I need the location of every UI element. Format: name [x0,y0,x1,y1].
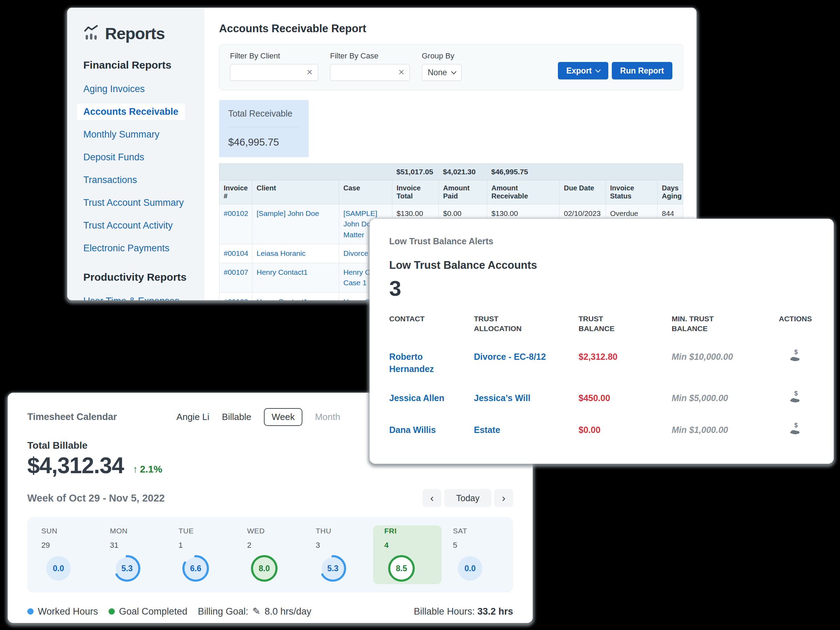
day-date: 4 [384,541,442,550]
billable-hours-summary: Billable Hours: 33.2 hrs [414,606,513,617]
contact-link[interactable]: Roberto Hernandez [389,351,449,375]
sidebar-item-transactions[interactable]: Transactions [77,172,144,188]
edit-billing-goal-icon[interactable]: ✎ [253,606,261,617]
billable-selector[interactable]: Billable [222,412,251,422]
trust-allocation-link[interactable]: Divorce - EC-8/12 [474,351,549,375]
group-by-label: Group By [422,51,462,60]
day-hours-circle[interactable]: 0.0 [456,555,484,582]
low-trust-balance-alerts-heading: Low Trust Balance Alerts [389,236,814,246]
request-funds-icon[interactable]: $ [789,390,802,407]
filter-by-client-input[interactable]: ✕ [230,64,318,81]
invoice-link[interactable]: #00109 [224,297,248,300]
sidebar-item-trust-account-summary[interactable]: Trust Account Summary [77,194,190,211]
total-amount-paid: $4,021.30 [439,164,487,180]
billing-goal-value: 8.0 hrs/day [265,606,311,617]
day-hours-circle[interactable]: 6.6 [182,555,209,582]
col-invoice-number: Invoice # [219,180,253,204]
total-billable-value: $4,312.34 [27,453,124,478]
day-date: 1 [178,541,236,550]
sidebar-item-accounts-receivable[interactable]: Accounts Receivable [77,104,185,120]
day-hours-circle[interactable]: 0.0 [45,555,72,582]
invoice-link[interactable]: #00107 [224,268,248,276]
day-column-fri: FRI 4 8.5 [373,525,442,584]
run-report-button[interactable]: Run Report [612,62,673,79]
client-link[interactable]: Henry Contact1 [257,297,308,300]
col-invoice-status: Invoice Status [606,180,658,204]
table-totals-row: $51,017.05 $4,021.30 $46,995.75 [219,164,683,180]
trust-allocation-link[interactable]: Estate [474,424,549,439]
col-min-trust-balance: MIN. TRUST BALANCE [672,314,724,334]
low-trust-accounts-count: 3 [389,276,814,301]
day-label: FRI [384,527,442,535]
today-button[interactable]: Today [444,489,491,507]
reports-sidebar: Reports Financial Reports Aging Invoices… [67,8,204,300]
day-hours-circle[interactable]: 8.0 [251,555,278,582]
filter-by-case-label: Filter By Case [330,51,410,60]
day-column-sat: SAT 5 0.0 [442,525,510,584]
productivity-reports-heading: Productivity Reports [83,271,204,283]
goal-completed-legend: Goal Completed [109,606,187,617]
clear-client-filter-icon[interactable]: ✕ [306,68,313,77]
billable-delta-value: 2.1% [140,464,163,475]
user-selector[interactable]: Angie Li [177,412,209,422]
billing-goal-label: Billing Goal: [198,606,248,617]
billable-hours-label: Billable Hours: [414,606,475,617]
invoice-link[interactable]: #00102 [224,209,248,217]
day-hours-circle[interactable]: 5.3 [114,555,141,582]
day-date: 2 [247,541,305,550]
sidebar-item-deposit-funds[interactable]: Deposit Funds [77,149,150,166]
day-date: 3 [316,541,373,550]
export-button[interactable]: Export [558,62,608,79]
col-contact: CONTACT [389,314,442,334]
min-trust-balance-value: Min $10,000.00 [672,351,777,375]
svg-text:$: $ [794,390,797,397]
col-amount-paid: Amount Paid [439,180,487,204]
previous-week-button[interactable]: ‹ [422,489,441,507]
tab-month[interactable]: Month [315,412,340,422]
contact-link[interactable]: Dana Willis [389,424,449,439]
filter-bar: Filter By Client ✕ Filter By Case ✕ Grou… [219,44,683,90]
sidebar-item-trust-account-activity[interactable]: Trust Account Activity [77,217,179,234]
client-link[interactable]: Leiasa Horanic [257,249,306,257]
request-funds-icon[interactable]: $ [789,349,802,375]
sidebar-item-electronic-payments[interactable]: Electronic Payments [77,240,176,257]
reports-title: Reports [105,24,165,43]
group-by-select[interactable]: None [422,64,462,81]
col-trust-balance: TRUST BALANCE [579,314,631,334]
total-receivable-value: $46,995.75 [228,136,300,148]
goal-completed-dot-icon [109,608,115,614]
day-hours-circle[interactable]: 8.5 [388,555,415,582]
day-label: THU [316,527,373,535]
chevron-down-icon [595,67,601,73]
billable-hours-value: 33.2 hrs [477,606,513,617]
trust-allocation-link[interactable]: Jessica’s Will [474,392,549,407]
day-label: SUN [41,527,99,535]
filter-by-case-input[interactable]: ✕ [330,64,410,81]
invoice-link[interactable]: #00104 [224,249,248,257]
worked-hours-dot-icon [27,608,33,614]
request-funds-icon[interactable]: $ [789,422,802,439]
tab-week[interactable]: Week [264,408,302,426]
col-client: Client [253,180,339,204]
reports-chart-icon [83,25,99,43]
col-trust-allocation: TRUST ALLOCATION [474,314,526,334]
client-link[interactable]: Henry Contact1 [257,268,308,276]
day-date: 31 [110,541,167,550]
goal-completed-label: Goal Completed [119,606,187,617]
day-label: TUE [178,527,236,535]
contact-link[interactable]: Jessica Allen [389,392,449,407]
sidebar-item-user-time-expenses[interactable]: User Time & Expenses [77,293,186,300]
group-by-value: None [428,68,447,77]
trust-balance-value: $2,312.80 [579,351,672,375]
sidebar-item-monthly-summary[interactable]: Monthly Summary [77,126,166,143]
export-button-label: Export [566,66,592,76]
next-week-button[interactable]: › [494,489,513,507]
day-label: WED [247,527,305,535]
sidebar-item-aging-invoices[interactable]: Aging Invoices [77,81,151,97]
day-hours-circle[interactable]: 5.3 [319,555,346,582]
col-actions: ACTIONS [779,314,812,334]
total-amount-receivable: $46,995.75 [487,164,560,180]
client-link[interactable]: [Sample] John Doe [257,209,319,217]
clear-case-filter-icon[interactable]: ✕ [398,68,404,77]
page-title: Accounts Receivable Report [219,22,683,35]
